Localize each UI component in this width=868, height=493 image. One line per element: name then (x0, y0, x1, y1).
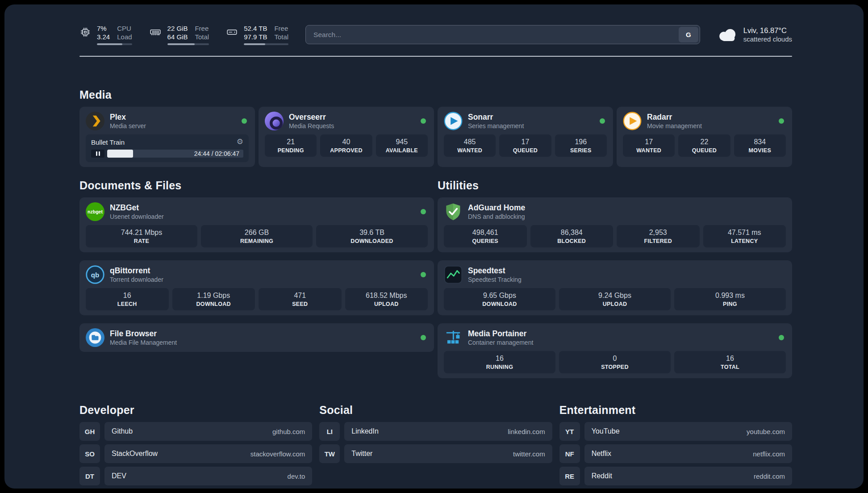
stat-box: 16 TOTAL (674, 351, 786, 373)
gear-icon[interactable]: ⚙ (237, 138, 243, 146)
app-card-nzbget[interactable]: nzbget NZBGet Usenet downloader 744.21 M… (79, 197, 434, 252)
dashboard-surface: 7% 3.24 CPU Load (4, 4, 864, 489)
bookmark-row[interactable]: YT YouTube youtube.com (559, 422, 792, 441)
app-subtitle: DNS and adblocking (468, 213, 525, 221)
app-title: AdGuard Home (468, 203, 525, 213)
stats-row: 17 WANTED 22 QUEUED 834 MOVIES (623, 134, 786, 157)
stat-value: 9.65 Gbps (446, 291, 554, 300)
stat-value: 21 (267, 138, 315, 146)
bookmark-link[interactable]: LinkedIn linkedin.com (344, 422, 552, 441)
bookmark-abbr[interactable]: NF (559, 444, 580, 463)
bookmark-abbr[interactable]: RE (559, 467, 580, 485)
bookmark-row[interactable]: GH Github github.com (79, 422, 312, 441)
stat-box: 16 LEECH (86, 288, 169, 310)
bookmark-abbr[interactable]: TW (319, 444, 340, 463)
stat-value: 17 (501, 138, 549, 146)
stat-label: RUNNING (446, 364, 554, 371)
stat-label: AVAILABLE (378, 147, 426, 154)
stat-box: 471 SEED (259, 288, 342, 310)
app-card-sonarr[interactable]: Sonarr Series management 485 WANTED 17 Q… (438, 107, 613, 167)
disk-widget: 52.4 TB 97.9 TB Free Total (226, 24, 288, 45)
bookmark-link[interactable]: Netflix netflix.com (584, 444, 792, 463)
stat-box: 196 SERIES (555, 134, 607, 157)
status-dot (779, 118, 784, 124)
search-provider-button[interactable]: G (679, 27, 698, 42)
stat-label: QUEUED (680, 147, 728, 154)
bookmark-row[interactable]: NF Netflix netflix.com (559, 444, 792, 463)
bookmark-link[interactable]: Twitter twitter.com (344, 444, 552, 463)
bookmark-abbr[interactable]: LI (319, 422, 340, 441)
speedtest-icon (444, 265, 463, 284)
bookmark-row[interactable]: DT DEV dev.to (79, 467, 312, 485)
app-card-filebrowser[interactable]: File Browser Media File Management (79, 323, 434, 352)
bookmark-domain: reddit.com (754, 472, 785, 480)
app-subtitle: Series management (468, 122, 524, 130)
bookmark-link[interactable]: Github github.com (104, 422, 312, 441)
stat-box: 2,953 FILTERED (617, 225, 700, 247)
stat-label: QUERIES (446, 238, 525, 245)
section-title-entertainment: Entertainment (559, 403, 792, 417)
stats-row: 485 WANTED 17 QUEUED 196 SERIES (444, 134, 607, 157)
search-input[interactable] (307, 31, 679, 39)
stat-box: 945 AVAILABLE (376, 134, 428, 157)
bookmark-row[interactable]: SO StackOverflow stackoverflow.com (79, 444, 312, 463)
bookmark-abbr[interactable]: YT (559, 422, 580, 441)
bookmark-abbr[interactable]: GH (79, 422, 100, 441)
search-box: G (305, 25, 700, 44)
app-title: Sonarr (468, 112, 524, 122)
memory-widget: 22 GiB 64 GiB Free Total (149, 24, 209, 45)
app-card-adguard[interactable]: AdGuard Home DNS and adblocking 498,461 … (438, 197, 792, 252)
media-grid: Plex Media server Bullet Train ⚙ (79, 107, 792, 167)
app-card-radarr[interactable]: Radarr Movie management 17 WANTED 22 QUE… (617, 107, 792, 167)
bookmark-link[interactable]: YouTube youtube.com (584, 422, 792, 441)
app-titles: Sonarr Series management (468, 112, 524, 130)
stat-label: REMAINING (203, 238, 311, 245)
stat-box: 498,461 QUERIES (444, 225, 527, 247)
bookmark-abbr[interactable]: DT (79, 467, 100, 485)
section-title-developer: Developer (79, 403, 312, 417)
memory-progress-bar (167, 43, 209, 45)
pause-button[interactable] (91, 150, 104, 158)
memory-icon (149, 26, 162, 45)
bookmark-name: YouTube (592, 427, 620, 435)
app-subtitle: Torrent downloader (110, 276, 163, 284)
app-card-speedtest[interactable]: Speedtest Speedtest Tracking 9.65 Gbps D… (438, 260, 792, 315)
playback-progress-bar[interactable]: 24:44 / 02:06:47 (107, 150, 243, 158)
stat-label: DOWNLOAD (174, 301, 254, 308)
app-titles: Speedtest Speedtest Tracking (468, 266, 522, 284)
app-card-portainer[interactable]: Media Portainer Container management 16 … (438, 323, 792, 378)
stat-value: 16 (88, 291, 167, 300)
app-subtitle: Media server (110, 122, 146, 130)
section-title-utilities: Utilities (438, 179, 792, 192)
stat-box: 266 GB REMAINING (201, 225, 313, 247)
bookmark-name: Twitter (351, 450, 372, 458)
bookmark-domain: twitter.com (513, 450, 545, 458)
bookmark-link[interactable]: StackOverflow stackoverflow.com (104, 444, 312, 463)
card-header: qb qBittorrent Torrent downloader (86, 265, 428, 284)
stat-value: 47.571 ms (705, 228, 785, 237)
stat-box: 16 RUNNING (444, 351, 555, 373)
svg-text:nzbget: nzbget (88, 209, 103, 214)
bookmark-row[interactable]: RE Reddit reddit.com (559, 467, 792, 485)
bookmark-row[interactable]: TW Twitter twitter.com (319, 444, 552, 463)
bookmark-link[interactable]: DEV dev.to (104, 467, 312, 485)
card-header: Overseerr Media Requests (265, 112, 428, 130)
disk-total-label: Total (274, 33, 288, 41)
adguard-icon (444, 202, 463, 221)
disk-progress-bar (244, 43, 288, 45)
stat-box: 39.6 TB DOWNLOADED (316, 225, 428, 247)
app-card-qbittorrent[interactable]: qb qBittorrent Torrent downloader 16 (79, 260, 434, 315)
bookmark-link[interactable]: Reddit reddit.com (584, 467, 792, 485)
stats-row: 498,461 QUERIES 86,384 BLOCKED 2,953 FIL… (444, 225, 786, 247)
stat-label: PENDING (267, 147, 315, 154)
section-title-social: Social (319, 403, 552, 417)
dashboard-content: 7% 3.24 CPU Load (4, 4, 864, 485)
app-card-overseerr[interactable]: Overseerr Media Requests 21 PENDING 40 A… (259, 107, 434, 167)
nzbget-icon: nzbget (86, 202, 104, 221)
weather-widget: Lviv, 16.87°C scattered clouds (717, 26, 792, 43)
app-card-plex[interactable]: Plex Media server Bullet Train ⚙ (79, 107, 255, 167)
bookmark-abbr[interactable]: SO (79, 444, 100, 463)
bookmark-row[interactable]: LI LinkedIn linkedin.com (319, 422, 552, 441)
stats-row: 16 LEECH 1.19 Gbps DOWNLOAD 471 SEED (86, 288, 428, 310)
bookmark-name: Netflix (592, 450, 611, 458)
